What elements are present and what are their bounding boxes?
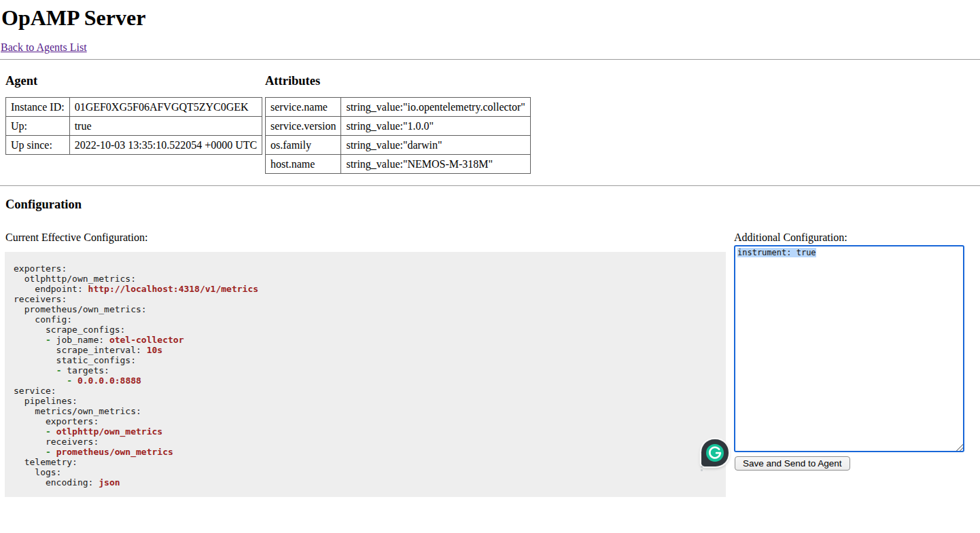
code-line: service: — [14, 386, 717, 396]
row-value: string_value:"1.0.0" — [341, 117, 531, 136]
grammarly-g-glyph — [706, 444, 724, 462]
row-label: Up since: — [6, 136, 70, 155]
additional-config-column: Additional Configuration: instrument: tr… — [734, 212, 971, 471]
attributes-table: service.namestring_value:"io.opentelemet… — [265, 97, 531, 174]
additional-config-label: Additional Configuration: — [734, 231, 971, 244]
row-value: string_value:"darwin" — [341, 136, 531, 155]
grammarly-widget[interactable] — [700, 438, 730, 470]
agent-info-section: Agent Instance ID:01GEF0XG5F06AFVGQT5ZYC… — [0, 60, 980, 174]
row-value: string_value:"NEMOS-M-318M" — [341, 155, 531, 174]
code-line: encoding: json — [14, 477, 717, 488]
row-value: true — [69, 117, 262, 136]
row-value: string_value:"io.opentelemetry.collector… — [341, 98, 531, 117]
code-line: scrape_configs: — [14, 325, 717, 335]
code-line: telemetry: — [14, 457, 717, 467]
code-line: - job_name: otel-collector — [14, 335, 717, 345]
table-row: os.familystring_value:"darwin" — [266, 136, 531, 155]
table-row: Up since:2022-10-03 13:35:10.522054 +000… — [6, 136, 262, 155]
code-line: prometheus/own_metrics: — [14, 304, 717, 314]
code-line: static_configs: — [14, 355, 717, 365]
configuration-section: Configuration Current Effective Configur… — [0, 198, 980, 497]
agent-heading: Agent — [5, 74, 265, 88]
grammarly-g-icon[interactable] — [701, 439, 729, 466]
additional-config-textarea[interactable]: instrument: true — [734, 245, 964, 452]
effective-config-column: Current Effective Configuration: exporte… — [5, 212, 726, 497]
effective-config-label: Current Effective Configuration: — [5, 231, 726, 244]
attributes-heading: Attributes — [265, 74, 531, 88]
code-line: - prometheus/own_metrics — [14, 447, 717, 457]
code-line: scrape_interval: 10s — [14, 345, 717, 355]
agent-table: Instance ID:01GEF0XG5F06AFVGQT5ZYC0GEKUp… — [5, 97, 262, 155]
row-label: service.version — [266, 117, 341, 136]
row-label: host.name — [266, 155, 341, 174]
row-label: service.name — [266, 98, 341, 117]
grammarly-drag-handle[interactable] — [701, 466, 703, 468]
code-line: - targets: — [14, 365, 717, 375]
page-title: OpAMP Server — [1, 5, 980, 31]
table-row: service.versionstring_value:"1.0.0" — [266, 117, 531, 136]
textarea-resize-handle[interactable] — [955, 443, 963, 451]
attributes-column: Attributes service.namestring_value:"io.… — [265, 60, 531, 174]
row-label: Up: — [6, 117, 70, 136]
agent-column: Agent Instance ID:01GEF0XG5F06AFVGQT5ZYC… — [5, 60, 265, 155]
table-row: Up:true — [6, 117, 262, 136]
code-line: - 0.0.0.0:8888 — [14, 375, 717, 386]
row-value: 01GEF0XG5F06AFVGQT5ZYC0GEK — [69, 98, 262, 117]
additional-config-value: instrument: true — [737, 248, 816, 257]
back-to-agents-link[interactable]: Back to Agents List — [1, 41, 87, 54]
table-row: host.namestring_value:"NEMOS-M-318M" — [266, 155, 531, 174]
code-line: exporters: — [14, 416, 717, 426]
code-line: - otlphttp/own_metrics — [14, 426, 717, 437]
table-row: service.namestring_value:"io.opentelemet… — [266, 98, 531, 117]
code-line: receivers: — [14, 294, 717, 304]
save-and-send-button[interactable]: Save and Send to Agent — [735, 456, 850, 471]
code-line: config: — [14, 314, 717, 325]
code-line: exporters: — [14, 263, 717, 274]
table-row: Instance ID:01GEF0XG5F06AFVGQT5ZYC0GEK — [6, 98, 262, 117]
row-value: 2022-10-03 13:35:10.522054 +0000 UTC — [69, 136, 262, 155]
configuration-heading: Configuration — [5, 198, 980, 212]
code-line: logs: — [14, 467, 717, 477]
row-label: os.family — [266, 136, 341, 155]
code-line: receivers: — [14, 437, 717, 447]
divider-middle — [0, 185, 980, 186]
code-line: pipelines: — [14, 396, 717, 406]
code-line: metrics/own_metrics: — [14, 406, 717, 416]
row-label: Instance ID: — [6, 98, 70, 117]
code-line: otlphttp/own_metrics: — [14, 274, 717, 284]
effective-config-code: exporters: otlphttp/own_metrics: endpoin… — [5, 252, 726, 497]
code-line: endpoint: http://localhost:4318/v1/metri… — [14, 284, 717, 294]
